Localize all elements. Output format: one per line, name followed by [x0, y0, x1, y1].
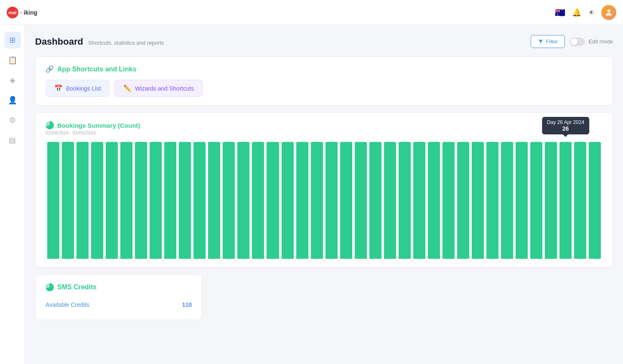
bar-wrapper[interactable] [501, 142, 513, 259]
bar-wrapper[interactable] [311, 142, 323, 259]
bar-wrapper[interactable] [399, 142, 411, 259]
chart-bar[interactable] [267, 142, 279, 259]
sidebar-item-reports[interactable]: ▤ [4, 132, 21, 149]
bar-wrapper[interactable] [442, 142, 455, 259]
chart-bar[interactable] [589, 142, 601, 259]
chart-bar[interactable] [282, 142, 294, 259]
chart-bar[interactable] [208, 142, 220, 259]
chart-bar[interactable] [311, 142, 323, 259]
bar-wrapper[interactable] [369, 142, 381, 259]
chart-bar[interactable] [91, 142, 103, 259]
chart-bar[interactable] [486, 142, 498, 259]
bar-wrapper[interactable] [486, 142, 498, 259]
bar-wrapper[interactable] [164, 142, 176, 259]
chart-bar[interactable] [340, 142, 352, 259]
chart-bar[interactable] [76, 142, 89, 259]
bar-wrapper[interactable] [589, 142, 601, 259]
chart-bar[interactable] [355, 142, 367, 259]
bell-icon[interactable]: 🔔 [572, 8, 581, 17]
bar-wrapper[interactable] [193, 142, 206, 259]
chart-bar[interactable] [47, 142, 59, 259]
chart-bar[interactable] [120, 142, 132, 259]
chart-pie-icon [46, 121, 54, 129]
chart-bar[interactable] [516, 142, 528, 259]
theme-icon[interactable]: ☀ [588, 8, 595, 17]
chart-bar[interactable] [472, 142, 484, 259]
chart-bar[interactable] [574, 142, 586, 259]
bar-wrapper[interactable] [472, 142, 484, 259]
bar-wrapper[interactable] [355, 142, 367, 259]
bar-wrapper[interactable] [413, 142, 425, 259]
bar-wrapper[interactable]: Day 26 Apr 202426 [559, 142, 572, 259]
toggle-switch[interactable] [570, 38, 585, 46]
chart-bar[interactable] [252, 142, 264, 259]
chart-bar[interactable] [457, 142, 469, 259]
chart-bar[interactable] [428, 142, 440, 259]
chevron-icon: › [20, 9, 22, 16]
chart-bar[interactable] [150, 142, 162, 259]
bar-wrapper[interactable] [457, 142, 469, 259]
bar-wrapper[interactable] [516, 142, 528, 259]
bar-wrapper[interactable] [384, 142, 396, 259]
bar-wrapper[interactable] [106, 142, 118, 259]
chart-bar[interactable] [399, 142, 411, 259]
bar-wrapper[interactable] [62, 142, 74, 259]
bar-wrapper[interactable] [252, 142, 264, 259]
shortcuts-title: 🔗 App Shortcuts and Links [46, 65, 603, 73]
chart-bar[interactable] [223, 142, 235, 259]
sidebar-item-dashboard[interactable]: ⊞ [4, 32, 21, 48]
chart-bar[interactable] [413, 142, 425, 259]
credits-value: 110 [182, 301, 192, 308]
bar-wrapper[interactable] [208, 142, 220, 259]
topbar-right: 🇦🇺 🔔 ☀ [555, 5, 616, 20]
bar-wrapper[interactable] [325, 142, 338, 259]
bar-wrapper[interactable] [150, 142, 162, 259]
bar-wrapper[interactable] [296, 142, 308, 259]
bar-wrapper[interactable] [530, 142, 542, 259]
chart-bar[interactable] [545, 142, 557, 259]
bar-wrapper[interactable] [428, 142, 440, 259]
chart-bar[interactable] [62, 142, 74, 259]
filter-button[interactable]: Filter [531, 35, 565, 48]
bar-wrapper[interactable] [574, 142, 586, 259]
sidebar-item-settings[interactable]: ⚙ [4, 112, 21, 129]
bar-wrapper[interactable] [179, 142, 191, 259]
chart-bar[interactable]: Day 26 Apr 202426 [559, 142, 572, 259]
chart-bar[interactable] [530, 142, 542, 259]
chart-bar[interactable] [325, 142, 338, 259]
avatar[interactable] [601, 5, 616, 20]
page-subtitle: Shortcuts, statistics and reports [88, 40, 164, 46]
bar-wrapper[interactable] [340, 142, 352, 259]
chart-bar[interactable] [164, 142, 176, 259]
bar-wrapper[interactable] [223, 142, 235, 259]
bar-wrapper[interactable] [267, 142, 279, 259]
bar-wrapper[interactable] [120, 142, 132, 259]
page-header: Dashboard Shortcuts, statistics and repo… [35, 35, 613, 48]
bar-wrapper[interactable] [135, 142, 147, 259]
chart-bar[interactable] [237, 142, 249, 259]
bar-wrapper[interactable] [47, 142, 59, 259]
page-header-right: Filter Edit mode [531, 35, 613, 48]
bar-wrapper[interactable] [237, 142, 249, 259]
chart-bar[interactable] [369, 142, 381, 259]
chart-bar[interactable] [296, 142, 308, 259]
chart-bar[interactable] [384, 142, 396, 259]
brand-logo[interactable]: mal › iking [7, 7, 37, 18]
bookings-list-button[interactable]: 📅 Bookings List [46, 80, 109, 97]
sidebar-item-bookings[interactable]: 📋 [4, 52, 21, 68]
edit-mode-toggle[interactable]: Edit mode [570, 38, 613, 46]
sidebar-item-layers[interactable]: ◈ [4, 72, 21, 88]
chart-bar[interactable] [106, 142, 118, 259]
bar-wrapper[interactable] [91, 142, 103, 259]
bar-wrapper[interactable] [545, 142, 557, 259]
bar-wrapper[interactable] [282, 142, 294, 259]
bar-wrapper[interactable] [76, 142, 89, 259]
credits-row: Available Credits 110 [46, 298, 192, 311]
chart-bar[interactable] [193, 142, 206, 259]
chart-bar[interactable] [501, 142, 513, 259]
sidebar-item-users[interactable]: 👤 [4, 92, 21, 109]
wizards-shortcuts-button[interactable]: ✏️ Wizards and Shortcuts [114, 80, 203, 97]
chart-bar[interactable] [135, 142, 147, 259]
chart-bar[interactable] [179, 142, 191, 259]
chart-bar[interactable] [442, 142, 455, 259]
